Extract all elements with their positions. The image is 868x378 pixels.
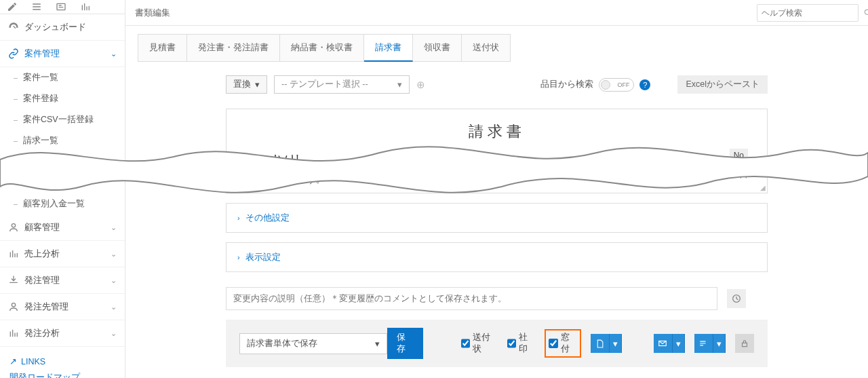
chevron-down-icon: ⌄ [111,303,117,311]
sidebar-sub-item[interactable]: 案件CSV一括登録 [0,109,125,130]
tab-order[interactable]: 発注書・発注請書 [187,35,280,61]
bars-icon [8,328,19,339]
tab-cover[interactable]: 送付状 [462,35,510,61]
sidebar-sub-item[interactable]: 案件登録 [0,88,125,109]
user-icon [8,301,19,312]
sidebar-item-sales-analysis[interactable]: 売上分析 ⌄ [0,241,125,267]
checkbox-seal[interactable]: 社印 [507,332,535,355]
caret-down-icon: ▾ [397,79,402,90]
resize-handle-icon[interactable]: ◢ [760,184,766,191]
tab-receipt[interactable]: 領収書 [413,35,462,61]
export-icon [8,275,19,286]
chevron-right-icon: › [237,214,240,222]
change-description-input[interactable] [226,287,717,310]
checkbox-label: 送付状 [473,332,498,355]
checkbox-cover-letter[interactable]: 送付状 [461,332,498,355]
doc-number: No [730,149,748,162]
footer-links[interactable]: ↗LINKS [9,354,115,369]
lock-button[interactable] [735,334,754,353]
replace-label: 置換 [233,79,251,90]
doc-date: 9年05月31日 [698,169,748,181]
page-title: 書類編集 [135,7,170,19]
template-select[interactable]: -- テンプレート選択 --▾ [274,75,410,94]
accordion-label: その他設定 [245,212,290,224]
chevron-down-icon: ⌄ [111,50,117,58]
tab-delivery[interactable]: 納品書・検収書 [280,35,364,61]
doc-tabs: 見積書 発注書・発注請書 納品書・検収書 請求書 領収書 送付状 [138,34,511,62]
svg-point-1 [12,224,15,227]
checkbox-label: 窓付 [561,332,577,355]
doc-company: boardソリ [245,151,748,168]
toggle-text: OFF [617,81,629,88]
help-search-input[interactable] [762,8,863,18]
checkbox-windowed[interactable]: 窓付 [549,332,576,355]
checkbox-input[interactable] [507,339,516,348]
item-search-label: 品目から検索 [540,79,593,90]
svg-point-2 [12,303,15,307]
checkbox-input[interactable] [549,339,557,348]
doc-title: 請求書 [245,121,748,142]
list-icon[interactable] [30,0,43,14]
sidebar-sub-item[interactable]: 請求一覧 [0,130,125,151]
add-template-icon[interactable]: ⊕ [416,79,425,91]
bars-icon [8,248,19,259]
accordion-other-settings[interactable]: ›その他設定 [226,203,768,233]
sidebar-label: 売上分析 [24,248,60,260]
sidebar-label: 発注先管理 [24,301,68,313]
help-icon[interactable]: ? [639,79,650,90]
svg-rect-6 [742,343,747,346]
accordion-label: 表示設定 [245,251,281,263]
document-action-button[interactable] [591,334,610,353]
item-search-toggle[interactable]: OFF [599,78,634,92]
footer-link-label: 開発ロードマップ [9,372,80,378]
save-button[interactable]: 保存 [387,328,423,359]
sidebar-item-order-analysis[interactable]: 発注分析 ⌄ [0,320,125,347]
sidebar-item-customer-mgmt[interactable]: 顧客管理 ⌄ [0,214,125,241]
chart-icon[interactable] [79,0,92,14]
mail-action-dropdown[interactable]: ▾ [673,334,685,353]
document-action-dropdown[interactable]: ▾ [610,334,622,353]
chevron-down-icon: ⌄ [111,250,117,259]
doc-message: 請求申し上げます。 [245,174,748,186]
template-placeholder: -- テンプレート選択 -- [281,79,368,90]
tab-quote[interactable]: 見積書 [138,35,187,61]
sidebar-item-supplier-mgmt[interactable]: 発注先管理 ⌄ [0,294,125,320]
save-scope-select[interactable]: 請求書単体で保存▾ [239,333,387,354]
external-icon: ↗ [9,356,17,366]
chevron-down-icon: ⌄ [111,329,117,338]
help-search[interactable] [757,4,859,22]
sidebar-item-dashboard[interactable]: ダッシュボード [0,14,125,41]
chevron-down-icon: ⌄ [111,223,117,232]
replace-dropdown[interactable]: 置換▾ [226,75,267,94]
history-button[interactable] [727,289,746,308]
sidebar-sub-item[interactable]: 案件一覧 [0,67,125,88]
sidebar-label: 顧客管理 [24,221,60,233]
caret-down-icon: ▾ [255,79,260,90]
sidebar-label: 発注管理 [24,274,60,286]
checkbox-input[interactable] [461,339,470,348]
search-icon[interactable] [863,8,868,18]
sidebar-item-case-mgmt[interactable]: 案件管理 ⌄ [0,41,125,67]
sidebar-sub-item[interactable]: 一覧 [0,172,125,193]
excel-paste-button[interactable]: Excelからペースト [677,75,768,94]
chevron-down-icon: ⌄ [111,276,117,285]
save-scope-label: 請求書単体で保存 [247,338,317,349]
sidebar-sub-item[interactable]: 顧客別入金一覧 [0,193,125,214]
send-action-dropdown[interactable]: ▾ [713,334,726,353]
accordion-display-settings[interactable]: ›表示設定 [226,242,768,272]
footer-link-label: LINKS [21,357,45,366]
sidebar-label: ダッシュボード [24,21,86,33]
sidebar-label: 発注分析 [24,327,60,339]
sidebar-item-order-mgmt[interactable]: 発注管理 ⌄ [0,267,125,294]
mail-action-button[interactable] [654,334,673,353]
sidebar-label: 案件管理 [24,48,60,60]
card-icon[interactable] [54,0,68,14]
tab-invoice[interactable]: 請求書 [364,35,413,62]
pencil-icon[interactable] [5,0,19,14]
send-action-button[interactable] [694,334,713,353]
gauge-icon [8,22,19,33]
sidebar-sub-item[interactable]: 合計 [0,151,125,172]
footer-roadmap[interactable]: 開発ロードマップ [9,369,115,378]
user-icon [8,222,19,233]
caret-down-icon: ▾ [375,339,380,349]
